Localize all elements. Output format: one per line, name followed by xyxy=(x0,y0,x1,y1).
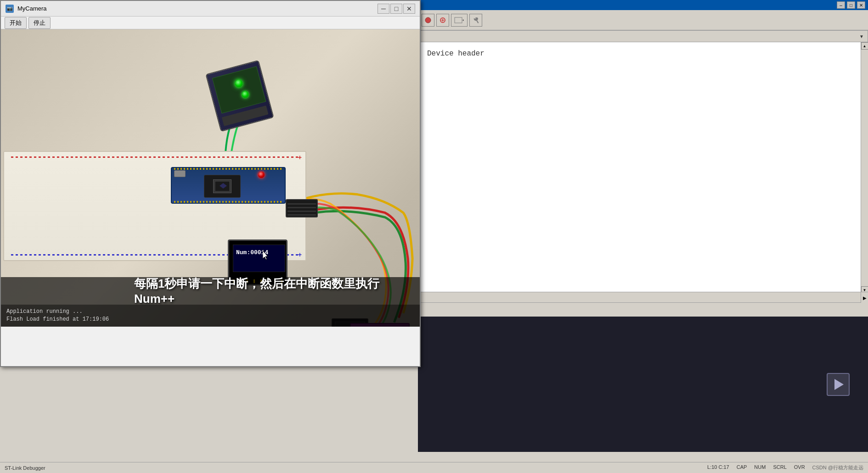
camera-maximize-btn[interactable]: □ xyxy=(390,4,402,14)
oled-text-display: Num:00014 xyxy=(233,245,285,261)
camera-app-icon: 📷 xyxy=(6,5,14,13)
statusbar-left: ST-Link Debugger xyxy=(5,465,45,471)
ide-maximize-btn[interactable]: □ xyxy=(847,1,855,9)
status-text-overlay: Application running ... Flash Load finis… xyxy=(1,305,420,327)
dropdown-arrow-icon: ▼ xyxy=(859,34,864,39)
statusbar-right: L:10 C:17 CAP NUM SCRL OVR CSDN @行稳方能走远 xyxy=(707,464,863,471)
pin-row-top xyxy=(174,168,282,170)
camera-close-btn[interactable]: ✕ xyxy=(403,4,415,14)
oled-screen: Num:00014 xyxy=(233,245,285,272)
camera-titlebar-left: 📷 MyCamera xyxy=(6,5,47,13)
camera-feed: + + xyxy=(1,29,420,327)
right-panel-bottom-bar: ▶ xyxy=(418,292,868,303)
device-header-text: Device header xyxy=(418,42,868,65)
num-indicator: NUM xyxy=(754,464,766,471)
stm32-chip xyxy=(204,175,241,198)
right-panel-scrollbar-h[interactable] xyxy=(418,303,868,310)
camera-window: 📷 MyCamera ─ □ ✕ 开始 停止 xyxy=(0,0,421,367)
status-line-1: Application running ... xyxy=(6,308,416,316)
right-scroll-btn[interactable]: ▶ xyxy=(861,292,868,303)
led-green-2 xyxy=(242,91,248,98)
ide-minimize-btn[interactable]: – xyxy=(837,1,845,9)
play-icon xyxy=(834,379,844,390)
right-panel-content: Device header xyxy=(418,42,868,292)
camera-titlebar-controls: ─ □ ✕ xyxy=(378,4,415,14)
ide-titlebar-controls: – □ ✕ xyxy=(837,1,865,9)
debug-panel xyxy=(418,317,868,452)
toolbar-dropdown-1[interactable] xyxy=(451,14,468,27)
ovr-indicator: OVR xyxy=(794,464,805,471)
camera-titlebar: 📷 MyCamera ─ □ ✕ xyxy=(1,1,420,17)
cable-connector xyxy=(286,199,318,217)
camera-menubar: 开始 停止 xyxy=(1,17,420,29)
scrl-indicator: SCRL xyxy=(773,464,786,471)
toolbar-btn-1[interactable] xyxy=(422,14,434,27)
svg-point-0 xyxy=(425,17,431,23)
toolbar-btn-wrench[interactable] xyxy=(469,14,482,27)
subtitle-text: 每隔1秒申请一下中断，然后在中断函数里执行Num++ xyxy=(134,276,412,306)
author-text: CSDN @行稳方能走远 xyxy=(812,464,863,471)
caps-indicator: CAP xyxy=(737,464,747,471)
led-green-1 xyxy=(235,80,242,87)
camera-minimize-btn[interactable]: ─ xyxy=(378,4,389,14)
led-red-stm32 xyxy=(258,172,265,178)
stm32-bluepill xyxy=(171,167,286,204)
toolbar-btn-2[interactable] xyxy=(436,14,449,27)
ide-toolbar xyxy=(418,10,868,30)
ide-close-btn[interactable]: ✕ xyxy=(857,1,865,9)
scrollbar-up-arrow[interactable]: ▲ xyxy=(861,42,868,50)
start-button[interactable]: 开始 xyxy=(5,17,27,29)
sensor-pcb xyxy=(212,66,266,113)
camera-title-text: MyCamera xyxy=(17,5,47,12)
svg-rect-2 xyxy=(455,17,462,23)
stm32-ic xyxy=(213,179,231,193)
right-panel-scrollbar[interactable]: ▲ ▼ xyxy=(861,42,868,294)
debugger-label: ST-Link Debugger xyxy=(5,465,45,471)
status-line-2: Flash Load finished at 17:19:06 xyxy=(6,316,416,323)
ide-statusbar: ST-Link Debugger L:10 C:17 CAP NUM SCRL … xyxy=(0,462,868,473)
pin-row-bottom xyxy=(174,201,282,203)
play-button[interactable] xyxy=(827,373,850,396)
subtitle-overlay: 每隔1秒申请一下中断，然后在中断函数里执行Num++ xyxy=(1,277,420,305)
connector-pins xyxy=(287,201,316,216)
usb-port xyxy=(174,170,186,177)
position-indicator: L:10 C:17 xyxy=(707,464,729,471)
right-panel-dropdown[interactable]: ▼ xyxy=(418,30,868,42)
stop-button[interactable]: 停止 xyxy=(28,17,51,29)
